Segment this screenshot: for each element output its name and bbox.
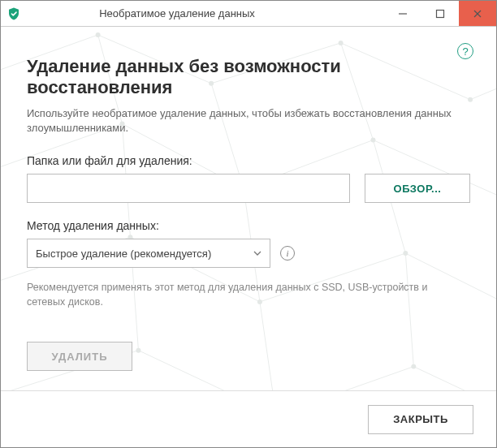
help-icon[interactable]: ?	[457, 43, 473, 59]
window-title: Необратимое удаление данных	[0, 7, 384, 19]
window-controls	[384, 1, 496, 26]
close-window-button[interactable]	[459, 1, 496, 26]
method-hint: Рекомендуется применять этот метод для у…	[27, 281, 457, 309]
svg-rect-1	[437, 10, 444, 17]
method-selected-value: Быстрое удаление (рекомендуется)	[36, 248, 211, 260]
svg-point-6	[339, 41, 344, 45]
info-icon[interactable]: i	[280, 246, 295, 261]
close-button[interactable]: ЗАКРЫТЬ	[368, 405, 473, 434]
chevron-down-icon	[253, 249, 261, 257]
browse-button[interactable]: ОБЗОР...	[365, 174, 470, 203]
method-label: Метод удаления данных:	[27, 219, 470, 232]
path-label: Папка или файл для удаления:	[27, 154, 470, 167]
page-description: Используйте необратимое удаление данных,…	[27, 106, 457, 135]
titlebar: Необратимое удаление данных	[1, 1, 496, 27]
page-title: Удаление данных без возможности восстано…	[27, 56, 470, 98]
svg-point-4	[96, 32, 101, 37]
path-input[interactable]	[27, 174, 350, 203]
method-select[interactable]: Быстрое удаление (рекомендуется)	[27, 239, 270, 268]
minimize-button[interactable]	[384, 1, 421, 26]
delete-button[interactable]: УДАЛИТЬ	[27, 342, 132, 371]
footer: ЗАКРЫТЬ	[1, 390, 496, 447]
maximize-button[interactable]	[421, 1, 459, 26]
app-window: Необратимое удаление данных	[0, 0, 497, 448]
